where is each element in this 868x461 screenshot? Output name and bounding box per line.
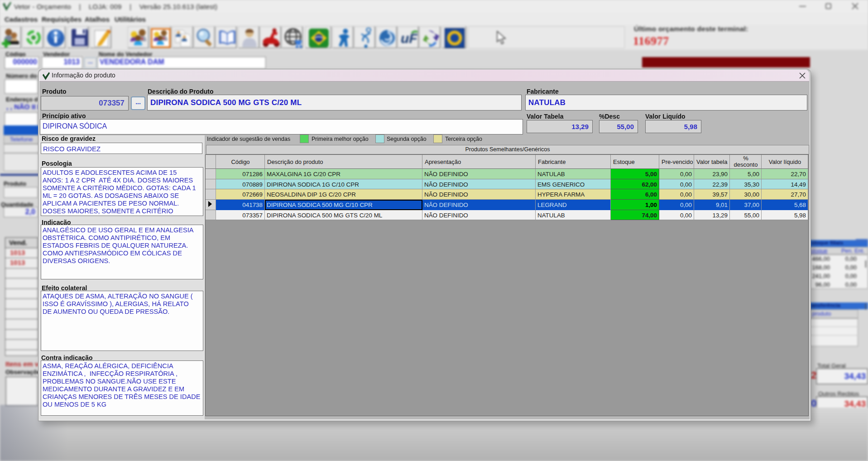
svg-text:uF: uF [401, 31, 417, 46]
